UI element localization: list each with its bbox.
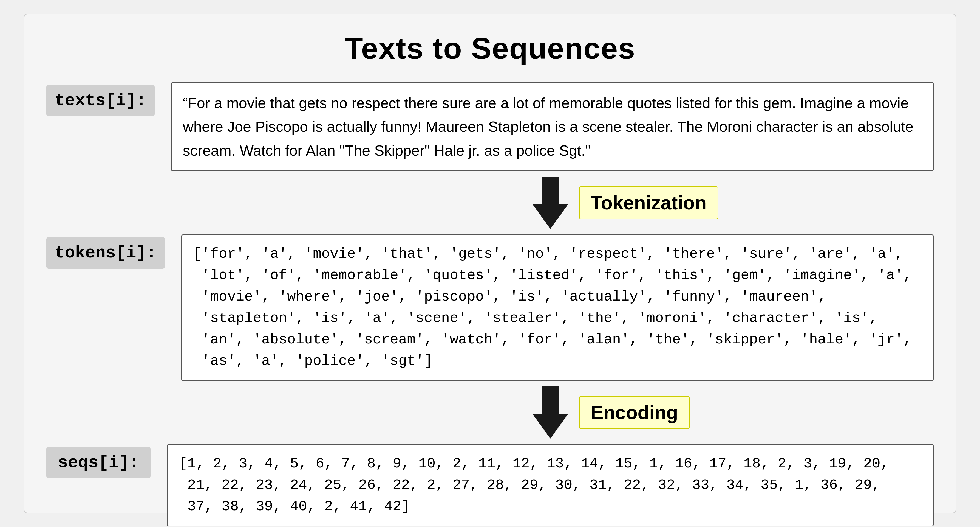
tokenization-arrow bbox=[533, 177, 568, 229]
arrow-shaft-2 bbox=[542, 386, 558, 414]
tokens-value: ['for', 'a', 'movie', 'that', 'gets', 'n… bbox=[181, 235, 934, 381]
encoding-label: Encoding bbox=[579, 396, 690, 429]
texts-row: texts[i]: “For a movie that gets no resp… bbox=[46, 82, 934, 171]
seqs-row: seqs[i]: [1, 2, 3, 4, 5, 6, 7, 8, 9, 10,… bbox=[46, 444, 934, 527]
arrow-head-1 bbox=[533, 204, 568, 229]
encoding-arrow bbox=[533, 386, 568, 439]
texts-label: texts[i]: bbox=[46, 85, 155, 117]
content-area: texts[i]: “For a movie that gets no resp… bbox=[46, 82, 934, 527]
tokenization-label: Tokenization bbox=[579, 186, 718, 219]
seqs-label: seqs[i]: bbox=[46, 447, 151, 478]
encoding-arrow-row: Encoding bbox=[46, 386, 934, 439]
arrow-shaft-1 bbox=[542, 177, 558, 204]
tokens-label: tokens[i]: bbox=[46, 237, 165, 269]
page-title: Texts to Sequences bbox=[345, 31, 636, 65]
tokenization-arrow-wrapper: Tokenization bbox=[533, 177, 568, 229]
tokenization-arrow-row: Tokenization bbox=[46, 177, 934, 229]
encoding-arrow-wrapper: Encoding bbox=[533, 386, 568, 439]
arrow-head-2 bbox=[533, 414, 568, 439]
seqs-value: [1, 2, 3, 4, 5, 6, 7, 8, 9, 10, 2, 11, 1… bbox=[167, 444, 934, 527]
texts-value: “For a movie that gets no respect there … bbox=[171, 82, 934, 171]
tokens-row: tokens[i]: ['for', 'a', 'movie', 'that',… bbox=[46, 235, 934, 381]
slide-container: Texts to Sequences texts[i]: “For a movi… bbox=[24, 14, 956, 513]
